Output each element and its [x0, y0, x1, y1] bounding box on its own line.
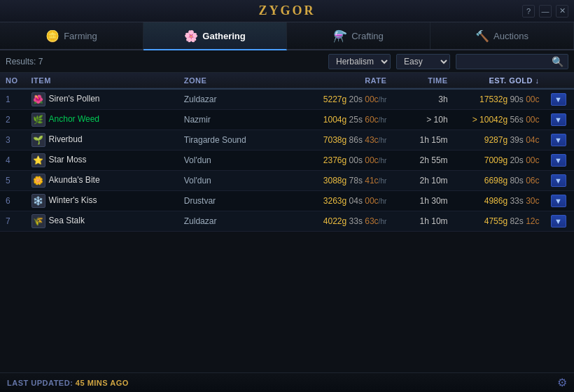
- item-name: Winter's Kiss: [49, 195, 97, 205]
- est-copper: 12c: [526, 216, 539, 226]
- cell-no: 2: [0, 110, 26, 130]
- table-row[interactable]: 2🌿Anchor WeedNazmir1004g 25s 60c/hr> 10h…: [0, 110, 574, 130]
- cell-time: 2h 55m: [392, 150, 453, 171]
- expand-button[interactable]: ▼: [551, 174, 566, 187]
- tab-farming-label: Farming: [64, 31, 97, 41]
- rate-gold: 5227g: [323, 94, 346, 104]
- help-button[interactable]: ?: [522, 5, 535, 18]
- cell-no: 7: [0, 211, 26, 232]
- cell-rate: 4022g 33s 63c/hr: [300, 211, 392, 232]
- table-row[interactable]: 3🌱RiverbudTiragarde Sound7038g 86s 43c/h…: [0, 130, 574, 150]
- cell-no: 3: [0, 130, 26, 150]
- cell-time: > 10h: [392, 110, 453, 130]
- difficulty-filter[interactable]: Easy Medium Hard: [396, 54, 450, 69]
- search-input[interactable]: [461, 57, 552, 66]
- cell-est-gold: 7009g 20s 00c: [454, 150, 545, 171]
- item-name: Star Moss: [49, 155, 87, 164]
- cell-item: 🌱Riverbud: [26, 130, 178, 150]
- table-row[interactable]: 6❄️Winter's KissDrustvar3263g 04s 00c/hr…: [0, 191, 574, 211]
- cell-item: 🌾Sea Stalk: [26, 211, 178, 232]
- expand-button[interactable]: ▼: [551, 93, 566, 106]
- results-count: Results: 7: [6, 57, 43, 66]
- rate-silver: 00s: [349, 155, 363, 165]
- est-copper: 00c: [526, 115, 539, 125]
- table-body: 1🌺Siren's PollenZuldazar5227g 20s 00c/hr…: [0, 89, 574, 232]
- cell-item: 🌼Akunda's Bite: [26, 171, 178, 191]
- settings-icon[interactable]: ⚙: [557, 376, 567, 389]
- expand-button[interactable]: ▼: [551, 154, 566, 167]
- expand-button[interactable]: ▼: [551, 215, 566, 227]
- expand-button[interactable]: ▼: [551, 134, 566, 146]
- est-silver: 80s: [510, 176, 523, 186]
- expand-button[interactable]: ▼: [551, 113, 566, 126]
- cell-item: ❄️Winter's Kiss: [26, 191, 178, 211]
- table-header: NO ITEM ZONE RATE TIME EST. GOLD ↓: [0, 73, 574, 89]
- col-header-estgold[interactable]: EST. GOLD ↓: [454, 73, 545, 89]
- cell-rate: 5227g 20s 00c/hr: [300, 89, 392, 110]
- rate-silver: 78s: [349, 176, 363, 186]
- item-icon: 🌺: [31, 92, 46, 106]
- rate-suffix: /hr: [379, 96, 387, 104]
- table-row[interactable]: 4⭐Star MossVol'dun2376g 00s 00c/hr2h 55m…: [0, 150, 574, 171]
- cell-item: 🌿Anchor Weed: [26, 110, 178, 130]
- tab-auctions[interactable]: 🔨 Auctions: [430, 22, 574, 49]
- table-row[interactable]: 5🌼Akunda's BiteVol'dun3088g 78s 41c/hr2h…: [0, 171, 574, 191]
- tab-gathering[interactable]: 🌸 Gathering: [144, 22, 287, 50]
- rate-copper: 43c: [365, 135, 378, 145]
- cell-action: ▼: [545, 110, 575, 130]
- crafting-icon: ⚗️: [333, 29, 347, 43]
- title-controls: ? — ✕: [522, 5, 568, 18]
- tab-crafting[interactable]: ⚗️ Crafting: [287, 22, 430, 49]
- rate-silver: 25s: [349, 115, 363, 125]
- cell-rate: 3088g 78s 41c/hr: [300, 171, 392, 191]
- minimize-button[interactable]: —: [539, 5, 552, 18]
- col-header-time: TIME: [392, 73, 453, 89]
- close-button[interactable]: ✕: [556, 5, 568, 18]
- item-name: Riverbud: [49, 134, 83, 144]
- rate-suffix: /hr: [379, 157, 387, 164]
- est-copper: 04c: [526, 135, 539, 145]
- tab-auctions-label: Auctions: [493, 31, 528, 41]
- cell-action: ▼: [545, 211, 575, 232]
- tab-gathering-label: Gathering: [202, 31, 245, 41]
- cell-action: ▼: [545, 150, 575, 171]
- last-updated: LAST UPDATED: 45 mins ago: [7, 379, 129, 387]
- tab-crafting-label: Crafting: [351, 31, 384, 41]
- rate-copper: 41c: [365, 176, 378, 186]
- item-icon: ❄️: [31, 194, 46, 208]
- cell-no: 4: [0, 150, 26, 171]
- tab-farming[interactable]: 🪙 Farming: [0, 22, 144, 49]
- cell-rate: 1004g 25s 60c/hr: [300, 110, 392, 130]
- search-icon[interactable]: 🔍: [552, 56, 564, 67]
- title-bar: ZYGOR ? — ✕: [0, 0, 574, 22]
- rate-silver: 20s: [349, 94, 363, 104]
- status-bar: LAST UPDATED: 45 mins ago ⚙: [0, 372, 574, 392]
- rate-gold: 2376g: [323, 155, 346, 165]
- est-silver: 90s: [510, 94, 523, 104]
- cell-action: ▼: [545, 171, 575, 191]
- est-gold: > 10042g: [472, 115, 507, 125]
- cell-est-gold: 4755g 82s 12c: [454, 211, 545, 232]
- item-icon: 🌾: [31, 214, 46, 228]
- profession-filter[interactable]: Herbalism Mining Skinning: [328, 54, 391, 69]
- table-row[interactable]: 1🌺Siren's PollenZuldazar5227g 20s 00c/hr…: [0, 89, 574, 110]
- auctions-icon: 🔨: [475, 29, 489, 43]
- item-name: Sea Stalk: [49, 216, 85, 225]
- cell-est-gold: 9287g 39s 04c: [454, 130, 545, 150]
- est-silver: 39s: [510, 135, 523, 145]
- cell-action: ▼: [545, 191, 575, 211]
- cell-rate: 7038g 86s 43c/hr: [300, 130, 392, 150]
- toolbar: Results: 7 Herbalism Mining Skinning Eas…: [0, 50, 574, 73]
- nav-tabs: 🪙 Farming 🌸 Gathering ⚗️ Crafting 🔨 Auct…: [0, 22, 574, 50]
- rate-copper: 00c: [365, 155, 378, 165]
- cell-zone: Vol'dun: [178, 150, 301, 171]
- item-icon: 🌱: [31, 133, 46, 147]
- col-header-no: NO: [0, 73, 26, 89]
- cell-rate: 3263g 04s 00c/hr: [300, 191, 392, 211]
- gathering-icon: 🌸: [184, 29, 198, 43]
- table-row[interactable]: 7🌾Sea StalkZuldazar4022g 33s 63c/hr1h 10…: [0, 211, 574, 232]
- rate-silver: 86s: [349, 135, 363, 145]
- expand-button[interactable]: ▼: [551, 195, 566, 207]
- rate-copper: 63c: [365, 216, 378, 226]
- est-silver: 56s: [510, 115, 523, 125]
